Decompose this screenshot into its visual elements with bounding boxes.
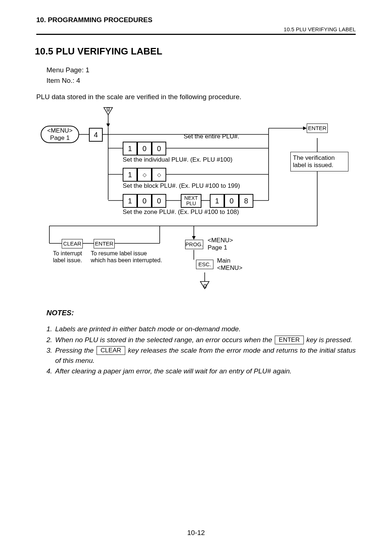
esc-key: ESC. [196, 260, 213, 269]
row3-next-plu: NEXT PLU [181, 194, 201, 208]
row3-key-4: 1 [210, 194, 224, 208]
note2-pre: When no PLU is stored in the selected ra… [55, 336, 272, 344]
row2-key-diamond1: ◇ [137, 168, 152, 182]
header-rule [36, 34, 356, 35]
note-4: 4. After clearing a paper jam error, the… [46, 366, 356, 376]
esc-note: Main <MENU> [217, 257, 253, 272]
note-num: 1. [46, 324, 55, 334]
row3-key-2: 0 [137, 194, 152, 208]
note-text: When no PLU is stored in the selected ra… [55, 335, 356, 345]
note-text: After clearing a paper jam error, the sc… [55, 366, 356, 376]
note2-post: key is pressed. [306, 336, 352, 344]
row1-key-1: 1 [123, 142, 137, 155]
note-num: 2. [46, 335, 55, 345]
row2-key-1: 1 [123, 168, 137, 182]
prog-note: <MENU> Page 1 [208, 237, 244, 252]
page-footer: 10-12 [0, 529, 392, 537]
enter-inline-key: ENTER [275, 336, 304, 344]
clear-key: CLEAR [62, 239, 83, 248]
menu-oval: <MENU> Page 1 [41, 126, 79, 143]
intro-text: PLU data stored in the scale are verifie… [36, 93, 356, 101]
row3-key-6: 8 [239, 194, 253, 208]
label-set-zone: Set the zone PLU#. (Ex. PLU #100 to 108) [123, 208, 261, 216]
item-no-line: Item No.: 4 [46, 76, 356, 86]
menu-page-line: Menu Page: 1 [46, 65, 356, 76]
note-num: 4. [46, 366, 55, 376]
notes-heading: NOTES: [46, 309, 356, 317]
row1-key-2: 0 [137, 142, 152, 155]
enter-key: ENTER [307, 123, 328, 133]
note3-pre: Pressing the [55, 347, 94, 354]
end-marker: g [203, 282, 208, 289]
notes-list: 1. Labels are printed in either batch mo… [46, 324, 356, 376]
note-num: 3. [46, 345, 55, 365]
clear-inline-key: CLEAR [97, 346, 125, 355]
start-marker: g [105, 106, 111, 112]
row2-key-diamond2: ◇ [152, 168, 166, 182]
row3-key-1: 1 [123, 194, 137, 208]
row1-key-3: 0 [152, 142, 166, 155]
note-3: 3. Pressing the CLEAR key releases the s… [46, 345, 356, 365]
note-text: Labels are printed in either batch mode … [55, 324, 356, 334]
note-2: 2. When no PLU is stored in the selected… [46, 335, 356, 345]
label-set-entire: Set the entire PLU#. [184, 133, 264, 140]
svg-marker-30 [192, 236, 196, 240]
label-set-block: Set the block PLU#. (Ex. PLU #100 to 199… [123, 182, 261, 190]
note-1: 1. Labels are printed in either batch mo… [46, 324, 356, 334]
enter2-key: ENTER [94, 239, 115, 248]
svg-marker-9 [303, 126, 307, 130]
note-text: Pressing the CLEAR key releases the scal… [55, 345, 356, 365]
row3-key-5: 0 [224, 194, 239, 208]
menu-info: Menu Page: 1 Item No.: 4 [46, 65, 356, 86]
section-title: 10.5 PLU VERIFYING LABEL [35, 46, 356, 57]
prog-key: PROG. [185, 240, 203, 249]
enter2-note: To resume label issue which has been int… [91, 250, 167, 264]
clear-note: To interrupt label issue. [53, 250, 97, 264]
label-set-individual: Set the individual PLU#. (Ex. PLU #100) [123, 156, 261, 163]
breadcrumb: 10.5 PLU VERIFYING LABEL [36, 26, 356, 32]
result-box: The verification label is issued. [290, 152, 348, 171]
flow-diagram: g <MENU> Page 1 4 Set the entire PLU#. 1… [36, 105, 356, 298]
row3-key-3: 0 [152, 194, 166, 208]
key-4: 4 [89, 128, 103, 142]
svg-marker-2 [106, 123, 110, 127]
chapter-header: 10. PROGRAMMING PROCEDURES [36, 16, 356, 24]
